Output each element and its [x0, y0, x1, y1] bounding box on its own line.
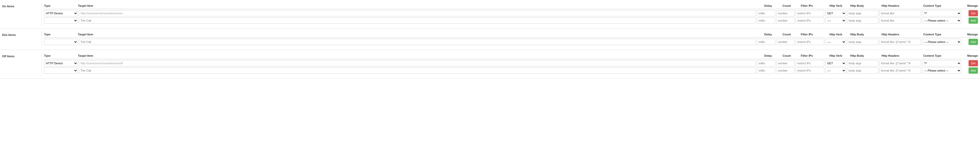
section-content-off-items: TypeTarget ItemDelayCountFilter IPsHttp … — [42, 52, 980, 76]
col-header-count: Count — [783, 4, 801, 8]
section-off-items: Off ItemsTypeTarget ItemDelayCountFilter… — [0, 50, 980, 79]
target-input[interactable] — [79, 17, 756, 24]
col-header-httpHeaders: Http Headers — [881, 32, 923, 36]
cell-filterips — [795, 67, 824, 74]
httpbody-input[interactable] — [847, 60, 878, 67]
col-header-httpVerb: Http Verb — [829, 54, 850, 58]
delay-input[interactable] — [757, 10, 775, 16]
cell-httpheaders — [880, 60, 921, 67]
filterips-input[interactable] — [795, 67, 824, 74]
httpheaders-input[interactable] — [880, 67, 921, 74]
filterips-input[interactable] — [795, 60, 824, 67]
filterips-input[interactable] — [795, 39, 824, 45]
col-header-count: Count — [783, 32, 801, 36]
contenttype-select[interactable]: ----Please select----*/*application/json… — [922, 39, 961, 45]
httpbody-input[interactable] — [847, 10, 878, 16]
table-header: TypeTarget ItemDelayCountFilter IPsHttp … — [44, 4, 978, 9]
col-header-manage: Manage — [962, 32, 978, 36]
cell-manage: Del — [962, 10, 978, 16]
type-select[interactable] — [44, 39, 78, 45]
cell-httpheaders — [880, 10, 921, 16]
table-row: HTTP DeviceGETPOSTPUTDELETE*/*applicatio… — [44, 10, 978, 16]
cell-contenttype: ----Please select----*/*application/json… — [922, 39, 961, 45]
delay-input[interactable] — [757, 60, 775, 67]
cell-type — [44, 17, 78, 24]
target-input[interactable] — [79, 10, 756, 16]
httpverb-select[interactable]: ----GETPOSTPUTDELETE — [825, 39, 846, 45]
httpbody-input[interactable] — [847, 67, 878, 74]
count-input[interactable] — [776, 10, 794, 16]
cell-target — [79, 60, 756, 67]
cell-filterips — [795, 60, 824, 67]
cell-delay — [757, 67, 775, 74]
httpverb-select[interactable]: ----GETPOSTPUTDELETE — [825, 17, 846, 24]
section-content-on-items: TypeTarget ItemDelayCountFilter IPsHttp … — [42, 2, 980, 26]
type-select[interactable] — [44, 67, 78, 74]
table-header: TypeTarget ItemDelayCountFilter IPsHttp … — [44, 54, 978, 59]
cell-httpverb: GETPOSTPUTDELETE — [825, 10, 846, 16]
col-header-delay: Delay — [764, 32, 783, 36]
delay-input[interactable] — [757, 39, 775, 45]
cell-count — [776, 17, 794, 24]
count-input[interactable] — [776, 39, 794, 45]
httpbody-input[interactable] — [847, 17, 878, 24]
col-header-httpBody: Http Body — [850, 4, 881, 8]
target-input[interactable] — [79, 60, 756, 67]
cell-target — [79, 17, 756, 24]
httpheaders-input[interactable] — [880, 17, 921, 24]
cell-delay — [757, 10, 775, 16]
col-header-filterIPs: Filter IPs — [801, 32, 829, 36]
col-header-target: Target Item — [78, 54, 764, 58]
contenttype-select[interactable]: */*application/jsontext/plainapplication… — [922, 60, 961, 67]
del-button[interactable]: Del — [969, 60, 978, 67]
cell-httpbody — [847, 10, 878, 16]
cell-httpbody — [847, 60, 878, 67]
add-button[interactable]: Add — [969, 39, 978, 45]
cell-httpverb: GETPOSTPUTDELETE — [825, 60, 846, 67]
target-input[interactable] — [79, 39, 756, 45]
contenttype-select[interactable]: ----Please select----*/*application/json… — [922, 67, 961, 74]
type-select[interactable]: HTTP Device — [44, 60, 78, 67]
col-header-manage: Manage — [962, 54, 978, 58]
delay-input[interactable] — [757, 17, 775, 24]
cell-type: HTTP Device — [44, 10, 78, 16]
cell-filterips — [795, 10, 824, 16]
col-header-type: Type — [44, 54, 78, 58]
httpheaders-input[interactable] — [880, 39, 921, 45]
type-select[interactable] — [44, 17, 78, 24]
cell-count — [776, 39, 794, 45]
count-input[interactable] — [776, 67, 794, 74]
cell-count — [776, 60, 794, 67]
cell-manage: Add — [962, 67, 978, 74]
cell-httpbody — [847, 67, 878, 74]
count-input[interactable] — [776, 60, 794, 67]
cell-httpheaders — [880, 39, 921, 45]
httpheaders-input[interactable] — [880, 10, 921, 16]
httpheaders-input[interactable] — [880, 60, 921, 67]
add-button[interactable]: Add — [969, 67, 978, 74]
del-button[interactable]: Del — [969, 10, 978, 16]
add-button[interactable]: Add — [969, 17, 978, 24]
col-header-filterIPs: Filter IPs — [801, 4, 829, 8]
httpverb-select[interactable]: ----GETPOSTPUTDELETE — [825, 67, 846, 74]
count-input[interactable] — [776, 17, 794, 24]
httpverb-select[interactable]: GETPOSTPUTDELETE — [825, 60, 846, 67]
contenttype-select[interactable]: ----Please select----*/*application/json… — [922, 17, 961, 24]
cell-contenttype: ----Please select----*/*application/json… — [922, 17, 961, 24]
type-select[interactable]: HTTP Device — [44, 10, 78, 16]
target-input[interactable] — [79, 67, 756, 74]
filterips-input[interactable] — [795, 17, 824, 24]
filterips-input[interactable] — [795, 10, 824, 16]
cell-delay — [757, 39, 775, 45]
col-header-type: Type — [44, 4, 78, 8]
httpbody-input[interactable] — [847, 39, 878, 45]
col-header-delay: Delay — [764, 54, 783, 58]
cell-httpheaders — [880, 67, 921, 74]
page-container: On ItemsTypeTarget ItemDelayCountFilter … — [0, 0, 980, 165]
httpverb-select[interactable]: GETPOSTPUTDELETE — [825, 10, 846, 16]
contenttype-select[interactable]: */*application/jsontext/plainapplication… — [922, 10, 961, 16]
cell-httpbody — [847, 17, 878, 24]
cell-httpverb: ----GETPOSTPUTDELETE — [825, 67, 846, 74]
delay-input[interactable] — [757, 67, 775, 74]
table-row: ----GETPOSTPUTDELETE----Please select---… — [44, 67, 978, 74]
